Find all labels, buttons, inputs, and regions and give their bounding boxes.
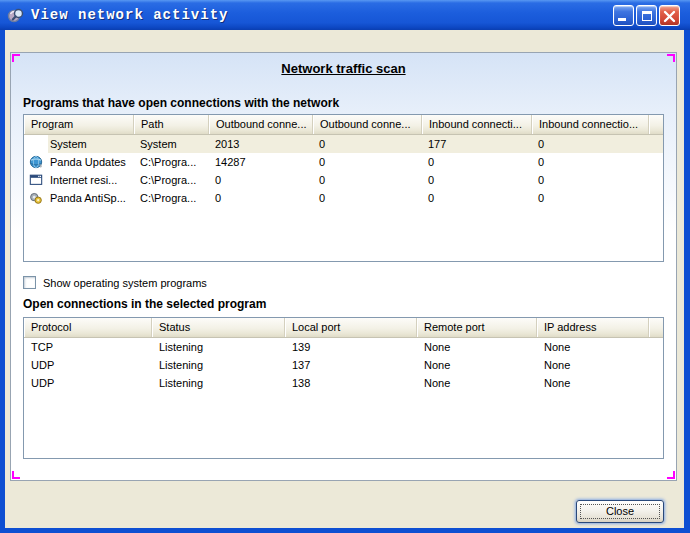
column-header-status[interactable]: Status: [152, 318, 285, 337]
minimize-icon: [618, 18, 626, 21]
close-button[interactable]: Close: [576, 500, 664, 523]
program-row-panda-antispam[interactable]: Panda AntiSp... C:\Progra... 0 0 0 0: [24, 189, 663, 207]
cell-ip-address: None: [537, 359, 649, 371]
cell-program: System: [48, 138, 134, 150]
column-header-ip-address[interactable]: IP address: [537, 318, 649, 337]
program-row-internet-resident[interactable]: Internet resi... C:\Progra... 0 0 0 0: [24, 171, 663, 189]
cell-protocol: UDP: [24, 377, 152, 389]
cell-remote-port: None: [417, 359, 537, 371]
cell-outbound-1: 0: [209, 192, 313, 204]
cell-path: C:\Progra...: [134, 156, 209, 168]
cell-inbound-1: 177: [422, 138, 532, 150]
cell-local-port: 137: [285, 359, 417, 371]
cell-ip-address: None: [537, 377, 649, 389]
gears-icon: [24, 189, 48, 207]
corner-mark-bottom-right: [667, 471, 675, 479]
cell-protocol: TCP: [24, 341, 152, 353]
cell-inbound-2: 0: [532, 192, 649, 204]
column-header-filler: [649, 115, 663, 134]
column-header-filler: [649, 318, 663, 337]
cell-outbound-1: 0: [209, 174, 313, 186]
cell-outbound-2: 0: [313, 156, 422, 168]
programs-table: Program Path Outbound conne... Outbound …: [23, 114, 664, 262]
checkbox-label: Show operating system programs: [43, 277, 207, 289]
programs-section-label: Programs that have open connections with…: [23, 96, 339, 110]
maximize-button[interactable]: [636, 5, 657, 26]
cell-inbound-2: 0: [532, 174, 649, 186]
column-header-outbound-1[interactable]: Outbound conne...: [209, 115, 313, 134]
connection-row[interactable]: TCP Listening 139 None None: [24, 338, 663, 356]
cell-remote-port: None: [417, 377, 537, 389]
column-header-path[interactable]: Path: [134, 115, 209, 134]
panel-heading: Network traffic scan: [11, 61, 676, 76]
column-header-protocol[interactable]: Protocol: [24, 318, 152, 337]
cell-local-port: 139: [285, 341, 417, 353]
cell-status: Listening: [152, 341, 285, 353]
cell-outbound-2: 0: [313, 174, 422, 186]
cell-status: Listening: [152, 359, 285, 371]
dialog-client-area: Network traffic scan Programs that have …: [5, 30, 684, 528]
column-header-program[interactable]: Program: [24, 115, 134, 134]
connection-row[interactable]: UDP Listening 138 None None: [24, 374, 663, 392]
close-icon: [663, 9, 676, 27]
column-header-outbound-2[interactable]: Outbound conne...: [313, 115, 422, 134]
column-header-remote-port[interactable]: Remote port: [417, 318, 537, 337]
cell-inbound-2: 0: [532, 138, 649, 150]
cell-outbound-2: 0: [313, 192, 422, 204]
cell-program: Panda AntiSp...: [48, 192, 134, 204]
cell-protocol: UDP: [24, 359, 152, 371]
cell-local-port: 138: [285, 377, 417, 389]
column-header-inbound-2[interactable]: Inbound connectio...: [532, 115, 649, 134]
cell-inbound-1: 0: [422, 156, 532, 168]
connections-table-header: Protocol Status Local port Remote port I…: [24, 318, 663, 338]
cell-inbound-2: 0: [532, 156, 649, 168]
program-row-panda-updates[interactable]: Panda Updates C:\Progra... 14287 0 0 0: [24, 153, 663, 171]
cell-outbound-2: 0: [313, 138, 422, 150]
cell-path: C:\Progra...: [134, 192, 209, 204]
checkbox-icon[interactable]: [23, 276, 36, 289]
cell-path: System: [134, 138, 209, 150]
cell-ip-address: None: [537, 341, 649, 353]
program-row-system[interactable]: System System 2013 0 177 0: [24, 135, 663, 153]
magnifier-icon: [7, 6, 25, 24]
cell-inbound-1: 0: [422, 192, 532, 204]
view-network-activity-window: View network activity Network traffic sc…: [0, 0, 690, 533]
column-header-inbound-1[interactable]: Inbound connecti...: [422, 115, 532, 134]
scan-panel: Network traffic scan Programs that have …: [10, 52, 677, 481]
titlebar[interactable]: View network activity: [0, 0, 690, 30]
cell-outbound-1: 14287: [209, 156, 313, 168]
connections-table: Protocol Status Local port Remote port I…: [23, 317, 664, 459]
close-button-label: Close: [577, 505, 663, 517]
connection-row[interactable]: UDP Listening 137 None None: [24, 356, 663, 374]
programs-table-header: Program Path Outbound conne... Outbound …: [24, 115, 663, 135]
close-window-button[interactable]: [659, 5, 680, 26]
cell-program: Panda Updates: [48, 156, 134, 168]
cell-program: Internet resi...: [48, 174, 134, 186]
window-title: View network activity: [31, 7, 228, 23]
program-icon-slot: [24, 135, 48, 153]
show-os-programs-checkbox[interactable]: Show operating system programs: [23, 276, 207, 289]
column-header-local-port[interactable]: Local port: [285, 318, 417, 337]
cell-path: C:\Progra...: [134, 174, 209, 186]
cell-outbound-1: 2013: [209, 138, 313, 150]
cell-inbound-1: 0: [422, 174, 532, 186]
minimize-button[interactable]: [613, 5, 634, 26]
maximize-icon: [642, 11, 652, 21]
connections-section-label: Open connections in the selected program: [23, 297, 266, 311]
cell-remote-port: None: [417, 341, 537, 353]
corner-mark-bottom-left: [12, 471, 20, 479]
cell-status: Listening: [152, 377, 285, 389]
window-icon: [24, 171, 48, 189]
globe-icon: [24, 153, 48, 171]
